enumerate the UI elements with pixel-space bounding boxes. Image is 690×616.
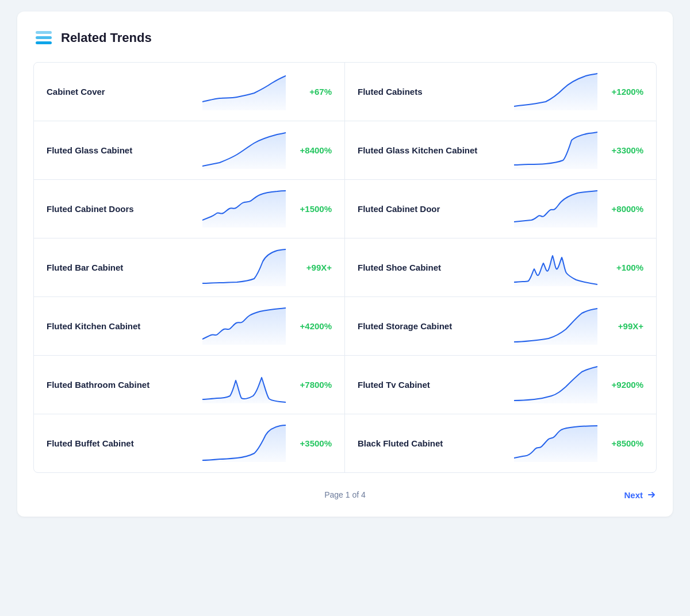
trend-chart [202,73,286,110]
trend-name: Black Fluted Cabinet [358,438,509,448]
trend-cell[interactable]: Fluted Glass Kitchen Cabinet +3300% [345,121,656,180]
trend-name: Fluted Tv Cabinet [358,380,509,390]
page-info: Page 1 of 4 [324,490,366,499]
trend-percent: +1500% [290,204,332,214]
trend-percent: +99X+ [290,263,332,272]
trend-chart [514,425,597,462]
trend-cell[interactable]: Fluted Buffet Cabinet +3500% [34,414,345,472]
trend-name: Fluted Cabinets [358,87,509,97]
trend-chart [202,307,286,345]
trend-cell[interactable]: Fluted Kitchen Cabinet +4200% [34,297,345,356]
trend-percent: +1200% [602,87,643,97]
arrow-right-icon [646,490,657,500]
trend-cell[interactable]: Fluted Bathroom Cabinet +7800% [34,356,345,414]
footer: Page 1 of 4 Next [33,484,657,505]
trend-percent: +8400% [290,145,332,155]
trend-percent: +8000% [602,204,643,214]
header: Related Trends [33,28,657,48]
trend-name: Fluted Glass Cabinet [47,145,198,155]
trend-percent: +99X+ [602,321,643,331]
trend-chart [514,249,597,286]
trends-grid: Cabinet Cover +67% Fluted Cabinets +1200… [33,62,657,473]
trend-name: Fluted Buffet Cabinet [47,438,198,448]
svg-rect-1 [36,36,52,39]
trend-chart [202,425,286,462]
trend-name: Fluted Storage Cabinet [358,321,509,331]
trend-name: Fluted Shoe Cabinet [358,263,509,272]
trend-chart [514,307,597,345]
page-title: Related Trends [61,30,152,45]
next-button[interactable]: Next [624,486,657,503]
trend-name: Fluted Cabinet Doors [47,204,198,214]
trend-percent: +8500% [602,438,643,448]
trend-name: Fluted Bar Cabinet [47,263,198,272]
trend-percent: +4200% [290,321,332,331]
trend-cell[interactable]: Fluted Shoe Cabinet +100% [345,238,656,297]
trend-chart [514,132,597,169]
trend-chart [202,132,286,169]
trend-cell[interactable]: Cabinet Cover +67% [34,63,345,121]
trend-cell[interactable]: Black Fluted Cabinet +8500% [345,414,656,472]
trend-percent: +67% [290,87,332,97]
trend-percent: +3500% [290,438,332,448]
trend-cell[interactable]: Fluted Storage Cabinet +99X+ [345,297,656,356]
next-label: Next [624,490,643,500]
trend-cell[interactable]: Fluted Cabinets +1200% [345,63,656,121]
trend-chart [514,366,597,403]
trend-name: Cabinet Cover [47,87,198,97]
svg-rect-2 [36,41,52,44]
trend-percent: +9200% [602,380,643,390]
trend-cell[interactable]: Fluted Tv Cabinet +9200% [345,356,656,414]
logo-icon [33,28,54,48]
trend-chart [514,190,597,228]
trend-chart [202,249,286,286]
trend-cell[interactable]: Fluted Glass Cabinet +8400% [34,121,345,180]
trend-percent: +3300% [602,145,643,155]
trend-chart [514,73,597,110]
trend-cell[interactable]: Fluted Cabinet Doors +1500% [34,180,345,238]
trend-percent: +7800% [290,380,332,390]
trend-name: Fluted Kitchen Cabinet [47,321,198,331]
trend-percent: +100% [602,263,643,272]
trend-name: Fluted Bathroom Cabinet [47,380,198,390]
svg-rect-0 [36,31,52,34]
trend-cell[interactable]: Fluted Bar Cabinet +99X+ [34,238,345,297]
main-card: Related Trends Cabinet Cover +67% Fluted… [17,11,673,517]
trend-name: Fluted Cabinet Door [358,204,509,214]
trend-chart [202,366,286,403]
trend-chart [202,190,286,228]
trend-name: Fluted Glass Kitchen Cabinet [358,145,509,155]
trend-cell[interactable]: Fluted Cabinet Door +8000% [345,180,656,238]
